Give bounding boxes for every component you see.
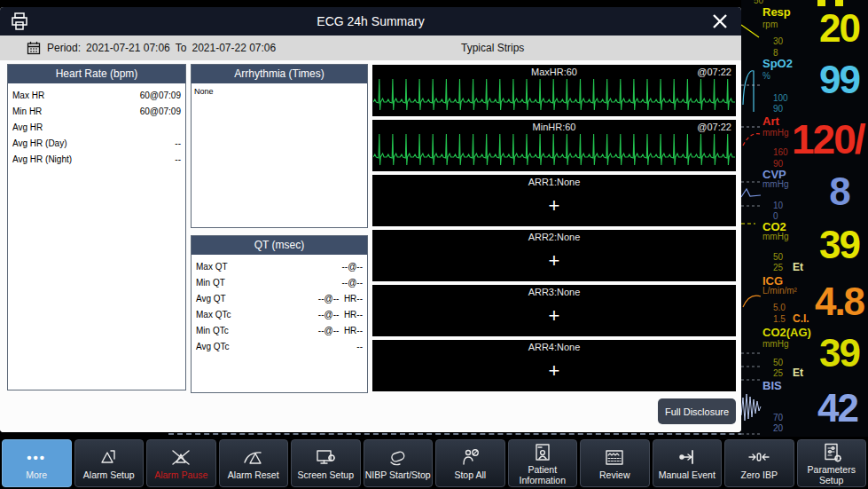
alarm-pause-icon (169, 446, 192, 469)
qt-row-min: Min QT--@-- (192, 274, 367, 290)
art-label[interactable]: Art (762, 114, 779, 128)
icg-ci-tag: C.I. (793, 312, 809, 325)
typical-strips-column: MaxHR:60 @07:22 MinHR:60 @07:22 ARR1:Non… (372, 65, 736, 395)
arrhythmia-panel: Arrhythmia (Times) None (191, 64, 368, 228)
ecg-waveform (373, 75, 735, 114)
printer-icon (10, 12, 29, 31)
arrhythmia-title: Arrhythmia (Times) (192, 65, 367, 83)
co2ag-label[interactable]: CO2(AG) (762, 326, 811, 339)
co2ag-unit: mmHg (762, 339, 788, 349)
nibp-start-stop-button[interactable]: NIBP Start/Stop (364, 439, 434, 487)
dialog-titlebar: ECG 24h Summary (0, 7, 741, 35)
more-dots-icon: ••• (27, 446, 46, 469)
qt-panel: QT (msec) Max QT--@-- Min QT--@-- Avg QT… (191, 235, 368, 393)
icg-value[interactable]: 4.8 (810, 282, 868, 321)
period-bar[interactable]: Period:2021-07-21 07:06To2021-07-22 07:0… (0, 35, 741, 60)
add-strip-icon[interactable]: + (372, 359, 736, 383)
dialog-content: Heart Rate (bpm) Max HR60@07:09 Min HR60… (0, 60, 741, 432)
art-limit-high: 160 (773, 147, 788, 157)
dialog-title: ECG 24h Summary (0, 14, 741, 28)
qtc-row-min: Min QTc--@-- HR-- (192, 322, 367, 338)
alarm-setup-button[interactable]: Alarm Setup (74, 439, 145, 487)
resp-value[interactable]: 20 (810, 9, 868, 48)
resp-label[interactable]: Resp (762, 5, 791, 19)
qtc-row-avg: Avg QTc-- (192, 338, 367, 354)
resp-unit: rpm (762, 20, 778, 29)
manual-event-button[interactable]: Manual Event (653, 439, 723, 487)
alarm-pause-button[interactable]: Alarm Pause (146, 439, 216, 487)
ecg-24h-summary-dialog: ECG 24h Summary Period:2021-07-21 07:06T… (0, 7, 741, 432)
stop-all-icon (458, 446, 481, 469)
qt-row-avg: Avg QT--@-- HR-- (192, 290, 367, 306)
hr-row-max: Max HR60@07:09 (8, 87, 185, 103)
stop-all-button[interactable]: Stop All (435, 439, 505, 487)
print-button[interactable] (7, 7, 32, 35)
strip-arr4[interactable]: ARR4:None + (372, 340, 736, 391)
clipped-digit-stub (817, 0, 825, 6)
vitals-sidebar: 50 Resp rpm 30 8 20 SpO2 % 100 90 99 Art… (741, 0, 868, 437)
bottom-toolbar: ••• More Alarm Setup Alarm Pause Alarm R… (0, 437, 868, 489)
alarm-setup-icon (98, 446, 121, 469)
patient-information-button[interactable]: Patient Information (508, 439, 578, 487)
strip-arr4-label: ARR4:None (372, 342, 736, 352)
bis-value[interactable]: 42 (809, 389, 866, 428)
spo2-value[interactable]: 99 (810, 60, 868, 99)
patient-monitor-screen: { "window": { "title": "ECG 24h Summary"… (0, 0, 868, 489)
co2ag-et-tag: Et (793, 367, 803, 379)
ecg-waveform (373, 130, 735, 170)
strip-arr1[interactable]: ARR1:None + (372, 175, 736, 226)
waveform-remnants (741, 0, 764, 437)
close-button[interactable] (708, 7, 732, 35)
art-value[interactable]: 120/ (792, 119, 868, 160)
qt-row-max: Max QT--@-- (192, 258, 367, 274)
nibp-cuff-icon (387, 446, 410, 469)
full-disclosure-button[interactable]: Full Disclosure (658, 398, 736, 424)
strip-arr3[interactable]: ARR3:None + (372, 285, 736, 336)
cvp-limit-high: 10 (773, 201, 783, 210)
strip-maxhr[interactable]: MaxHR:60 @07:22 (372, 65, 736, 116)
cvp-unit: mmHg (762, 179, 788, 189)
bis-limit-low: 20 (773, 423, 783, 433)
co2-limit-low: 25 (773, 263, 783, 272)
zero-ibp-icon (747, 446, 770, 469)
add-strip-icon[interactable]: + (372, 304, 736, 327)
co2-value[interactable]: 39 (810, 225, 868, 264)
bis-limit-high: 70 (773, 413, 783, 422)
strip-minhr[interactable]: MinHR:60 @07:22 (372, 120, 736, 171)
co2ag-limit-low: 25 (773, 368, 783, 378)
clipped-digit-stub (835, 0, 843, 6)
add-strip-icon[interactable]: + (372, 249, 736, 272)
more-button[interactable]: ••• More (2, 439, 72, 487)
bis-label[interactable]: BIS (762, 379, 782, 392)
strip-arr1-label: ARR1:None (372, 177, 736, 187)
icg-limit-low: 1.5 (773, 314, 786, 324)
alarm-reset-button[interactable]: Alarm Reset (219, 439, 289, 487)
alarm-reset-icon (242, 446, 265, 469)
calendar-icon (27, 41, 41, 55)
co2-unit: mmHg (762, 232, 788, 241)
parameters-setup-icon (820, 441, 843, 464)
period-text: Period:2021-07-21 07:06To2021-07-22 07:0… (47, 42, 276, 54)
screen-setup-button[interactable]: Screen Setup (291, 439, 361, 487)
review-button[interactable]: Review (580, 439, 650, 487)
screen-setup-icon (314, 446, 337, 469)
spo2-label[interactable]: SpO2 (762, 57, 793, 70)
co2-et-tag: Et (793, 261, 803, 273)
manual-event-icon (676, 446, 699, 469)
add-strip-icon[interactable]: + (372, 194, 736, 217)
parameters-setup-button[interactable]: Parameters Setup (797, 439, 867, 487)
icg-unit: L/min/m² (762, 286, 797, 296)
arrhythmia-value: None (192, 83, 367, 99)
co2ag-value[interactable]: 39 (810, 334, 868, 373)
hr-row-min: Min HR60@07:09 (8, 103, 185, 119)
typical-strips-label: Typical Strips (461, 35, 524, 60)
strip-arr2[interactable]: ARR2:None + (372, 230, 736, 281)
strip-arr3-label: ARR3:None (372, 287, 736, 297)
hr-row-avg: Avg HR (8, 119, 185, 135)
heart-rate-title: Heart Rate (bpm) (8, 65, 185, 83)
zero-ibp-button[interactable]: Zero IBP (724, 439, 794, 487)
cvp-value[interactable]: 8 (810, 172, 868, 211)
hr-row-avg-day: Avg HR (Day)-- (8, 135, 185, 151)
qtc-row-max: Max QTc--@-- HR-- (192, 306, 367, 322)
icg-limit-high: 5.0 (773, 303, 786, 312)
